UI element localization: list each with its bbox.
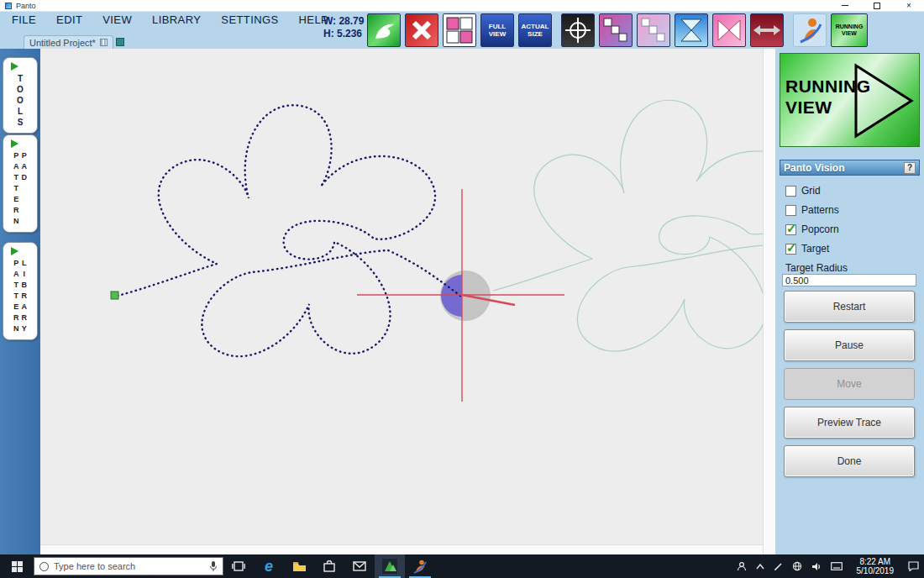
- menu-bar: FILEEDITVIEWLIBRARYSETTINGSHELP: [12, 13, 328, 26]
- running-view-button[interactable]: RUNNING VIEW: [780, 53, 920, 147]
- stairs-dark-icon: [602, 17, 629, 44]
- project-tab-grid-icon: [100, 39, 108, 46]
- menu-item-view[interactable]: VIEW: [102, 13, 132, 26]
- help-button[interactable]: ?: [904, 162, 916, 174]
- quadrant-squares-icon: [446, 17, 473, 44]
- quadrant-view-button[interactable]: [443, 13, 476, 47]
- checkbox-popcorn[interactable]: ✓Popcorn: [785, 223, 839, 235]
- play-arrow-icon: [11, 247, 18, 255]
- store-button[interactable]: [314, 554, 344, 578]
- maximize-button[interactable]: [872, 1, 882, 11]
- stairs-light-button[interactable]: [637, 13, 670, 47]
- play-arrow-icon: [11, 139, 18, 148]
- go-swoosh-button[interactable]: [367, 13, 401, 47]
- pause-button[interactable]: Pause: [784, 329, 915, 361]
- toolbar: FULL VIEW ACTUAL SIZE: [367, 13, 868, 47]
- pen-icon[interactable]: [774, 562, 783, 571]
- panto-person-button[interactable]: [793, 13, 827, 47]
- left-sidebar: TOOLSPATTERNPADPATTERNLIBRARY: [0, 49, 40, 554]
- upcoming-pattern-path: [493, 100, 763, 351]
- start-button[interactable]: [0, 554, 34, 578]
- task-view-button[interactable]: [223, 554, 254, 578]
- windows-logo-icon: [12, 561, 23, 572]
- pantograph-canvas[interactable]: [40, 49, 775, 554]
- color-swatch-icon[interactable]: [116, 38, 124, 46]
- taskbar-clock[interactable]: 8:22 AM 5/10/2019: [857, 557, 895, 575]
- notification-center-icon[interactable]: [908, 561, 919, 571]
- checkbox-box[interactable]: ✓: [785, 224, 796, 235]
- checkbox-label: Patterns: [801, 204, 839, 216]
- needle-indicator: [441, 275, 462, 317]
- checkbox-box[interactable]: [785, 205, 796, 216]
- system-tray: 8:22 AM 5/10/2019: [737, 557, 924, 575]
- checkbox-patterns[interactable]: Patterns: [785, 204, 839, 216]
- taskbar-search[interactable]: [34, 557, 223, 575]
- panto-person-icon: [795, 16, 824, 45]
- pattern-start-marker: [111, 292, 118, 299]
- checkbox-label: Target: [801, 243, 829, 255]
- menu-item-edit[interactable]: EDIT: [56, 13, 82, 26]
- menu-item-file[interactable]: FILE: [12, 13, 36, 26]
- search-input[interactable]: [54, 561, 204, 571]
- tray-expand-chevron-icon[interactable]: [756, 564, 764, 570]
- cancel-x-icon: [410, 18, 433, 42]
- window-title: Panto: [16, 2, 36, 10]
- quilting-app-icon: [382, 559, 397, 574]
- overlay-checkbox-list: GridPatterns✓Popcorn✓Target: [785, 185, 839, 262]
- size-readout: W: 28.79 H: 5.236: [323, 15, 364, 40]
- menu-item-settings[interactable]: SETTINGS: [221, 13, 278, 26]
- stairs-dark-button[interactable]: [599, 13, 633, 47]
- target-radius-input[interactable]: [782, 274, 916, 286]
- close-button[interactable]: ×: [904, 1, 914, 11]
- checkbox-box[interactable]: [785, 186, 796, 197]
- target-button[interactable]: [561, 13, 595, 47]
- cancel-button[interactable]: [405, 13, 438, 47]
- microphone-icon[interactable]: [209, 560, 218, 572]
- file-explorer-icon: [292, 560, 307, 572]
- edge-button[interactable]: e: [254, 554, 284, 578]
- height-readout: H: 5.236: [323, 28, 364, 40]
- panto-app-button[interactable]: [405, 554, 435, 578]
- done-button[interactable]: Done: [784, 445, 915, 477]
- hourglass-button[interactable]: [675, 13, 708, 47]
- width-readout: W: 28.79: [323, 15, 364, 28]
- bowtie-button[interactable]: [712, 13, 746, 47]
- volume-icon[interactable]: [811, 562, 822, 571]
- full-view-button[interactable]: FULL VIEW: [480, 13, 514, 47]
- quilting-app-button[interactable]: [375, 554, 405, 578]
- pantograph-drawing: [40, 49, 763, 544]
- panto-vision-header: Panto Vision ?: [780, 160, 920, 176]
- running-view-toolbar-label: RUNNING VIEW: [835, 24, 864, 37]
- move-button: Move: [784, 368, 915, 400]
- file-explorer-button[interactable]: [284, 554, 314, 578]
- target-radius-label: Target Radius: [785, 262, 848, 274]
- sidebar-tab-pattern-pad[interactable]: PATTERNPAD: [3, 134, 38, 233]
- full-view-label: FULL VIEW: [483, 23, 512, 38]
- people-icon[interactable]: [737, 561, 747, 571]
- menu-item-library[interactable]: LIBRARY: [152, 13, 201, 26]
- running-view-label: RUNNING VIEW: [785, 76, 885, 118]
- resize-button[interactable]: [750, 13, 784, 47]
- checkbox-label: Grid: [801, 185, 821, 197]
- checkbox-grid[interactable]: Grid: [785, 185, 839, 197]
- mail-button[interactable]: [344, 554, 375, 578]
- edge-icon: e: [265, 559, 273, 574]
- minimize-button[interactable]: [840, 1, 850, 11]
- actual-size-button[interactable]: ACTUAL SIZE: [518, 13, 552, 47]
- menu-toolbar-area: FILEEDITVIEWLIBRARYSETTINGSHELP W: 28.79…: [0, 12, 924, 49]
- sidebar-tab-tools[interactable]: TOOLS: [3, 57, 38, 134]
- check-icon: ✓: [786, 221, 797, 236]
- checkbox-target[interactable]: ✓Target: [785, 243, 839, 255]
- resize-arrow-icon: [753, 22, 781, 39]
- project-tab[interactable]: Untitled Project*: [24, 35, 113, 49]
- restart-button[interactable]: Restart: [784, 291, 915, 323]
- running-view-toolbar-button[interactable]: RUNNING VIEW: [831, 13, 868, 47]
- sidebar-tab-pattern-library[interactable]: PATTERNLIBRARY: [3, 242, 38, 340]
- checkbox-label: Popcorn: [801, 223, 839, 235]
- stairs-light-icon: [640, 17, 667, 44]
- preview-trace-button[interactable]: Preview Trace: [784, 407, 915, 439]
- keyboard-icon[interactable]: [831, 562, 843, 570]
- network-icon[interactable]: [792, 561, 802, 571]
- windows-taskbar: e: [0, 554, 924, 578]
- checkbox-box[interactable]: ✓: [785, 244, 796, 255]
